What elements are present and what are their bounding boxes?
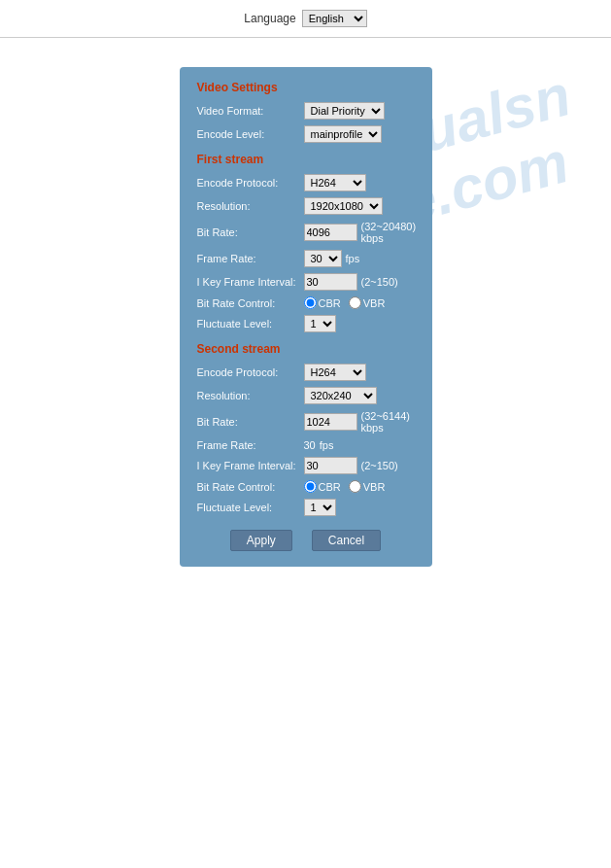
ss-resolution-select[interactable]: 320x240 640x480 1280x720 (304, 387, 377, 404)
fs-framerate-unit: fps (346, 253, 360, 264)
video-format-select[interactable]: Dial Priority NTSC PAL (304, 102, 385, 120)
ss-resolution-row: Resolution: 320x240 640x480 1280x720 (197, 387, 415, 404)
ss-bitrate-row: Bit Rate: (32~6144) kbps (197, 410, 415, 434)
fs-cbr-label: CBR (319, 297, 341, 309)
fs-iframe-range: (2~150) (361, 276, 398, 288)
encode-level-select[interactable]: mainprofile baseline high (304, 125, 382, 143)
fs-encode-protocol-label: Encode Protocol: (197, 177, 304, 189)
fs-resolution-select[interactable]: 1920x1080 1280x720 640x480 (304, 197, 383, 215)
fs-vbr-option[interactable]: VBR (349, 296, 386, 309)
fs-bitrate-range: (32~20480) kbps (361, 221, 417, 244)
ss-iframe-label: I Key Frame Interval: (197, 460, 304, 471)
video-format-label: Video Format: (197, 105, 304, 117)
ss-vbr-label: VBR (363, 481, 386, 493)
ss-resolution-label: Resolution: (197, 390, 304, 401)
ss-vbr-option[interactable]: VBR (349, 480, 386, 493)
ss-fluctuate-row: Fluctuate Level: 1 2 3 4 5 (197, 499, 415, 516)
ss-cbr-radio[interactable] (304, 480, 317, 493)
fs-fluctuate-row: Fluctuate Level: 1 2 3 4 5 (197, 315, 415, 332)
ss-iframe-range: (2~150) (361, 460, 398, 471)
language-label: Language (244, 12, 295, 25)
button-row: Apply Cancel (197, 530, 415, 551)
ss-cbr-option[interactable]: CBR (304, 480, 341, 493)
fs-bitrate-control-label: Bit Rate Control: (197, 297, 304, 309)
ss-bitrate-control-group: CBR VBR (304, 480, 386, 493)
ss-vbr-radio[interactable] (349, 480, 361, 493)
apply-button[interactable]: Apply (230, 530, 292, 551)
fs-bitrate-control-group: CBR VBR (304, 296, 386, 309)
ss-bitrate-range: (32~6144) kbps (361, 410, 415, 434)
ss-bitrate-control-row: Bit Rate Control: CBR VBR (197, 480, 415, 493)
ss-encode-protocol-select[interactable]: H264 H265 MJPEG (304, 364, 366, 381)
language-select[interactable]: EnglishChineseFrenchGermanSpanish (302, 10, 367, 27)
fs-framerate-label: Frame Rate: (197, 253, 304, 264)
ss-fluctuate-select[interactable]: 1 2 3 4 5 (304, 499, 336, 516)
fs-iframe-label: I Key Frame Interval: (197, 276, 304, 288)
ss-fluctuate-label: Fluctuate Level: (197, 502, 304, 513)
fs-resolution-label: Resolution: (197, 200, 304, 212)
ss-framerate-unit: fps (320, 439, 334, 451)
fs-framerate-select[interactable]: 30 25 20 15 10 5 (304, 250, 342, 267)
fs-encode-protocol-row: Encode Protocol: H264 H265 MJPEG (197, 174, 415, 191)
fs-bitrate-row: Bit Rate: (32~20480) kbps (197, 221, 415, 244)
ss-iframe-row: I Key Frame Interval: (2~150) (197, 457, 415, 474)
video-settings-panel: Video Settings Video Format: Dial Priori… (180, 67, 432, 567)
fs-framerate-row: Frame Rate: 30 25 20 15 10 5 fps (197, 250, 415, 267)
ss-framerate-value: 30 (304, 439, 316, 451)
ss-encode-protocol-label: Encode Protocol: (197, 366, 304, 378)
ss-iframe-input[interactable] (304, 457, 357, 474)
fs-iframe-input[interactable] (304, 273, 357, 291)
fs-iframe-row: I Key Frame Interval: (2~150) (197, 273, 415, 291)
fs-bitrate-label: Bit Rate: (197, 226, 304, 238)
fs-bitrate-control-row: Bit Rate Control: CBR VBR (197, 296, 415, 309)
encode-level-label: Encode Level: (197, 128, 304, 140)
second-stream-title: Second stream (197, 342, 415, 356)
fs-fluctuate-select[interactable]: 1 2 3 4 5 (304, 315, 336, 332)
encode-level-row: Encode Level: mainprofile baseline high (197, 125, 415, 143)
fs-fluctuate-label: Fluctuate Level: (197, 318, 304, 330)
fs-resolution-row: Resolution: 1920x1080 1280x720 640x480 (197, 197, 415, 215)
cancel-button[interactable]: Cancel (312, 530, 381, 551)
fs-vbr-radio[interactable] (349, 296, 361, 309)
ss-cbr-label: CBR (319, 481, 341, 493)
ss-framerate-row: Frame Rate: 30 fps (197, 439, 415, 451)
top-bar: Language EnglishChineseFrenchGermanSpani… (0, 0, 611, 38)
fs-vbr-label: VBR (363, 297, 386, 309)
ss-framerate-label: Frame Rate: (197, 439, 304, 451)
fs-cbr-radio[interactable] (304, 296, 317, 309)
ss-bitrate-label: Bit Rate: (197, 416, 304, 428)
first-stream-title: First stream (197, 153, 415, 166)
ss-bitrate-control-label: Bit Rate Control: (197, 481, 304, 493)
ss-encode-protocol-row: Encode Protocol: H264 H265 MJPEG (197, 364, 415, 381)
section-title-main: Video Settings (197, 81, 415, 94)
fs-cbr-option[interactable]: CBR (304, 296, 341, 309)
main-content: manualsn hive.com Video Settings Video F… (0, 38, 611, 596)
video-format-row: Video Format: Dial Priority NTSC PAL (197, 102, 415, 120)
fs-encode-protocol-select[interactable]: H264 H265 MJPEG (304, 174, 366, 191)
fs-bitrate-input[interactable] (304, 224, 357, 241)
ss-bitrate-input[interactable] (304, 413, 357, 431)
